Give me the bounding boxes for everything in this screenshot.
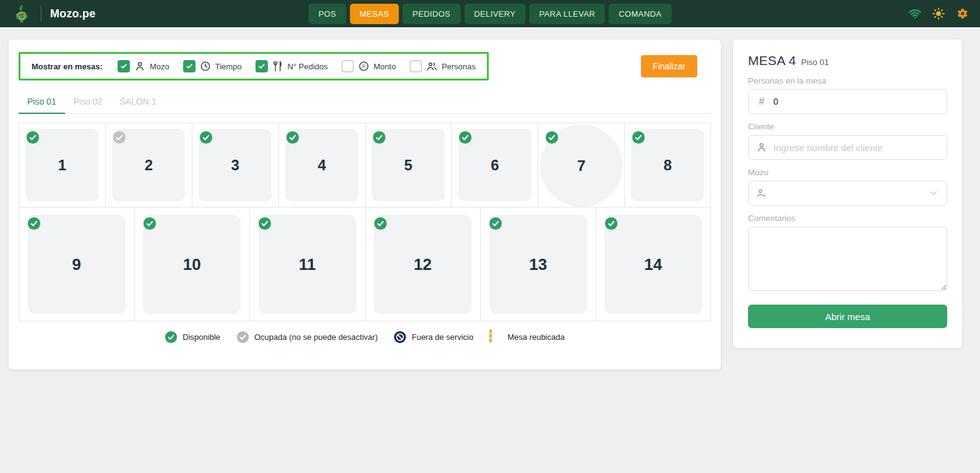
table-cell-5[interactable]: 5: [365, 123, 452, 207]
checkbox-mozo[interactable]: [118, 60, 130, 72]
client-input[interactable]: [773, 142, 939, 153]
legend-label: Mesa reubicada: [507, 332, 565, 342]
relocated-table-icon: [489, 331, 502, 344]
table-shape: 13: [489, 215, 587, 314]
filter-option-n-pedidos: N° Pedidos: [256, 60, 328, 72]
table-cell-2[interactable]: 2: [105, 123, 192, 207]
table-cell-8[interactable]: 8: [624, 123, 711, 207]
table-detail-panel: MESA 4 Piso 01 Personas en la mesa # 0 C…: [733, 40, 962, 348]
persons-input[interactable]: # 0: [748, 89, 947, 114]
filter-option-label: Tiempo: [215, 62, 242, 71]
table-shape: 14: [604, 215, 702, 314]
table-cell-9[interactable]: 9: [19, 207, 134, 321]
table-number: 12: [414, 255, 432, 274]
checkbox-n-pedidos[interactable]: [256, 60, 268, 72]
table-number: 2: [145, 157, 153, 174]
available-check-icon: [143, 217, 157, 230]
table-number: 3: [231, 157, 239, 174]
brand-logo-icon: [11, 3, 32, 24]
table-cell-7[interactable]: 7: [538, 123, 624, 207]
client-input-wrap: [748, 135, 947, 160]
open-table-button[interactable]: Abrir mesa: [748, 305, 947, 328]
legend-item-mesa-reubicada: Mesa reubicada: [489, 331, 565, 344]
comments-label: Comentarios: [748, 214, 947, 223]
tab-salon-1[interactable]: SALON 1: [111, 90, 165, 114]
checkbox-tiempo[interactable]: [183, 60, 196, 72]
top-navbar: Mozo.pe POSMESASPEDIDOSDELIVERYPARA LLEV…: [0, 0, 980, 27]
nav-para-llevar[interactable]: PARA LLEVAR: [529, 4, 605, 24]
filter-option-label: Mozo: [150, 62, 170, 71]
available-check-icon: [372, 131, 386, 144]
show-on-tables-filter: Mostrar en mesas: MozoTiempoN° PedidosS/…: [19, 52, 489, 80]
time-icon: [200, 61, 211, 72]
available-check-icon: [458, 131, 472, 144]
status-legend: DisponibleOcupada (no se puede desactiva…: [19, 331, 711, 344]
tables-grid-row-2: 91011121314: [19, 207, 711, 321]
table-number: 6: [491, 157, 499, 174]
table-number: 10: [183, 255, 201, 274]
legend-item-fuera-de-servicio: Fuera de servicio: [393, 331, 473, 344]
filter-option-label: Monto: [374, 62, 396, 71]
check-circle-green: [165, 331, 178, 344]
nav-comanda[interactable]: COMANDA: [609, 4, 671, 24]
table-cell-10[interactable]: 10: [134, 207, 250, 321]
table-cell-11[interactable]: 11: [249, 207, 365, 321]
table-number: 9: [72, 255, 81, 274]
checkbox-monto[interactable]: [342, 60, 354, 72]
brand-title: Mozo.pe: [50, 7, 95, 20]
filter-option-mozo: Mozo: [118, 60, 170, 72]
available-check-icon: [258, 217, 272, 230]
persons-value: 0: [773, 97, 778, 106]
comments-textarea[interactable]: [748, 227, 947, 291]
tab-piso-02[interactable]: Piso 02: [65, 90, 111, 114]
waiter-icon: [134, 61, 145, 72]
main-nav: POSMESASPEDIDOSDELIVERYPARA LLEVARCOMAND…: [309, 0, 672, 27]
person-icon: [756, 142, 767, 153]
filter-option-label: Personas: [442, 62, 476, 71]
available-check-icon: [604, 217, 618, 230]
legend-item-ocupada-no-se-puede-desactivar: Ocupada (no se puede desactivar): [236, 331, 377, 344]
brand-divider: [41, 6, 41, 22]
available-check-icon: [489, 217, 502, 230]
table-cell-12[interactable]: 12: [365, 207, 481, 321]
panel-title: MESA 4: [748, 53, 796, 68]
filter-option-tiempo: Tiempo: [183, 60, 242, 72]
chevron-down-icon: [928, 188, 939, 199]
settings-icon[interactable]: [955, 7, 969, 20]
table-number: 7: [577, 157, 585, 175]
legend-label: Ocupada (no se puede desactivar): [254, 332, 377, 342]
table-cell-14[interactable]: 14: [596, 207, 711, 321]
tab-piso-01[interactable]: Piso 01: [19, 90, 65, 114]
table-number: 1: [58, 157, 66, 174]
person-check-icon: [756, 188, 767, 199]
client-label: Cliente: [748, 122, 947, 131]
persons-label: Personas en la mesa: [748, 76, 947, 85]
table-cell-6[interactable]: 6: [451, 123, 538, 207]
nav-delivery[interactable]: DELIVERY: [464, 4, 525, 24]
checkbox-personas[interactable]: [410, 60, 422, 72]
nav-pedidos[interactable]: PEDIDOS: [403, 4, 460, 24]
waiter-label: Mozo: [748, 168, 947, 177]
table-cell-13[interactable]: 13: [480, 207, 596, 321]
waiter-select[interactable]: [748, 181, 947, 206]
people-icon: [426, 61, 437, 72]
table-shape: 9: [28, 215, 126, 314]
occupied-check-icon: [113, 131, 126, 144]
nav-pos[interactable]: POS: [309, 4, 346, 24]
wifi-icon[interactable]: [908, 7, 922, 20]
table-number: 5: [404, 157, 412, 174]
floor-tabs: Piso 01Piso 02SALON 1: [19, 90, 711, 114]
table-cell-3[interactable]: 3: [192, 123, 278, 207]
table-cell-1[interactable]: 1: [19, 123, 105, 207]
brightness-icon[interactable]: [932, 7, 945, 20]
nav-mesas[interactable]: MESAS: [350, 4, 399, 24]
amount-icon: S/: [358, 61, 369, 72]
finalize-button[interactable]: Finalizar: [641, 55, 697, 77]
available-check-icon: [545, 131, 559, 144]
table-shape: 10: [143, 215, 241, 314]
panel-subtitle: Piso 01: [801, 58, 829, 67]
table-cell-4[interactable]: 4: [278, 123, 365, 207]
legend-label: Fuera de servicio: [411, 332, 473, 342]
svg-text:S/: S/: [362, 64, 366, 68]
check-circle-gray: [236, 331, 249, 344]
